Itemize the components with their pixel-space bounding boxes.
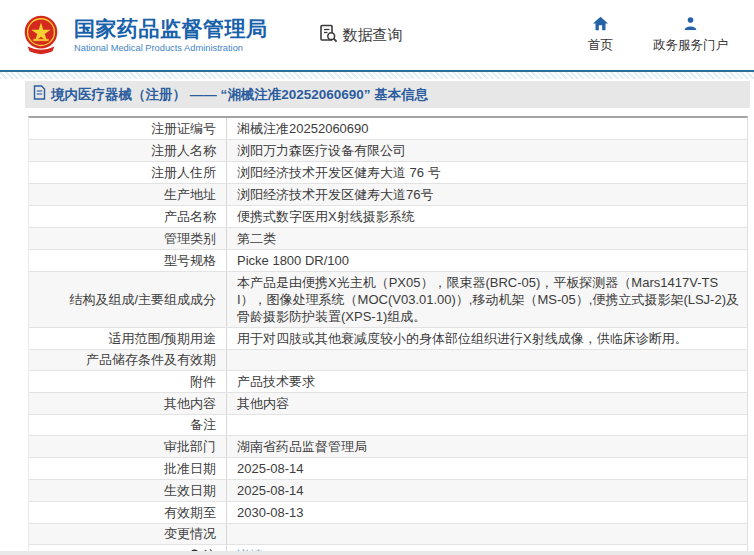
row-label-text: 产品储存条件及有效期: [86, 352, 216, 368]
row-value: 湘械注准20252060690: [227, 118, 747, 139]
document-search-icon: [318, 23, 339, 47]
nmpa-emblem-logo: [18, 12, 64, 58]
table-row: 生效日期2025-08-14: [29, 480, 747, 502]
table-row: 批准日期2025-08-14: [29, 458, 747, 480]
info-table: 注册证编号湘械注准20252060690注册人名称浏阳万力森医疗设备有限公司注册…: [28, 116, 748, 555]
row-value: 本产品是由便携X光主机（PX05），限束器(BRC-05)，平板探测器（Mars…: [227, 272, 747, 327]
row-label: 管理类别: [29, 228, 227, 249]
row-label-text: 有效期至: [164, 505, 216, 521]
row-label: 产品储存条件及有效期: [29, 350, 227, 370]
row-value: 浏阳经济技术开发区健寿大道76号: [227, 184, 747, 205]
header-nav: 首页 政务服务门户: [588, 16, 754, 54]
row-value: 其他内容: [227, 393, 747, 414]
row-value: [227, 350, 747, 370]
nav-portal-label: 政务服务门户: [653, 37, 728, 54]
nav-home-label: 首页: [588, 37, 613, 54]
agency-name-zh: 国家药品监督管理局: [74, 17, 268, 41]
header-hatch-strip: [0, 72, 754, 79]
row-label-text: 注册人名称: [151, 143, 216, 159]
row-label: 注册人名称: [29, 140, 227, 161]
table-row: 其他内容其他内容: [29, 393, 747, 415]
row-value: 浏阳万力森医疗设备有限公司: [227, 140, 747, 161]
breadcrumb: 境内医疗器械（注册） —— “湘械注准20252060690” 基本信息: [25, 81, 750, 108]
row-value: [227, 524, 747, 544]
row-label: 适用范围/预期用途: [29, 328, 227, 349]
row-label-text: 备注: [190, 417, 216, 433]
row-label-text: 管理类别: [164, 231, 216, 247]
row-value: 用于对四肢或其他衰减度较小的身体部位组织进行X射线成像，供临床诊断用。: [227, 328, 747, 349]
row-label: 型号规格: [29, 250, 227, 271]
row-label: 注册人住所: [29, 162, 227, 183]
table-row: 注册证编号湘械注准20252060690: [29, 118, 747, 140]
row-label-text: 生效日期: [164, 483, 216, 499]
table-row: 产品储存条件及有效期: [29, 350, 747, 371]
row-label: 备注: [29, 415, 227, 435]
agency-title-block: 国家药品监督管理局 National Medical Products Admi…: [74, 17, 268, 53]
table-row: 适用范围/预期用途用于对四肢或其他衰减度较小的身体部位组织进行X射线成像，供临床…: [29, 328, 747, 350]
row-label-text: 产品名称: [164, 209, 216, 225]
row-value: 产品技术要求: [227, 371, 747, 392]
row-value: 便携式数字医用X射线摄影系统: [227, 206, 747, 227]
bottom-strip: [0, 551, 754, 555]
row-label: 生效日期: [29, 480, 227, 501]
row-label-text: 注册人住所: [151, 165, 216, 181]
row-label: 产品名称: [29, 206, 227, 227]
row-label: 批准日期: [29, 458, 227, 479]
row-label-text: 批准日期: [164, 461, 216, 477]
row-label: 有效期至: [29, 502, 227, 523]
agency-name-en: National Medical Products Administration: [74, 43, 268, 53]
row-label: 审批部门: [29, 436, 227, 457]
row-value: 湖南省药品监督管理局: [227, 436, 747, 457]
row-label-text: 变更情况: [164, 526, 216, 542]
row-label: 注册证编号: [29, 118, 227, 139]
table-row: 结构及组成/主要组成成分本产品是由便携X光主机（PX05），限束器(BRC-05…: [29, 272, 747, 328]
table-row: 生产地址浏阳经济技术开发区健寿大道76号: [29, 184, 747, 206]
table-row: 附件产品技术要求: [29, 371, 747, 393]
data-query-button[interactable]: 数据查询: [318, 23, 403, 47]
page-doc-icon: [33, 85, 46, 104]
row-value: 2025-08-14: [227, 480, 747, 501]
row-label: 结构及组成/主要组成成分: [29, 272, 227, 327]
row-value: Picke 1800 DR/100: [227, 250, 747, 271]
table-row: 变更情况: [29, 524, 747, 545]
table-row: 注册人名称浏阳万力森医疗设备有限公司: [29, 140, 747, 162]
row-label-text: 生产地址: [164, 187, 216, 203]
row-label-text: 审批部门: [164, 439, 216, 455]
row-value: 2030-08-13: [227, 502, 747, 523]
site-header: 国家药品监督管理局 National Medical Products Admi…: [0, 0, 754, 70]
row-label-text: 型号规格: [164, 253, 216, 269]
nav-item-home[interactable]: 首页: [588, 16, 613, 54]
row-label: 其他内容: [29, 393, 227, 414]
row-value: [227, 415, 747, 435]
row-label-text: 其他内容: [164, 396, 216, 412]
table-row: 备注: [29, 415, 747, 436]
home-icon: [592, 16, 609, 34]
row-label: 附件: [29, 371, 227, 392]
row-label-text: 结构及组成/主要组成成分: [69, 292, 216, 308]
nav-item-portal[interactable]: 政务服务门户: [653, 16, 728, 54]
row-label: 生产地址: [29, 184, 227, 205]
table-row: 审批部门湖南省药品监督管理局: [29, 436, 747, 458]
table-row: 注册人住所浏阳经济技术开发区健寿大道 76 号: [29, 162, 747, 184]
table-row: 型号规格Picke 1800 DR/100: [29, 250, 747, 272]
breadcrumb-text: 境内医疗器械（注册） —— “湘械注准20252060690” 基本信息: [51, 86, 428, 104]
row-value: 浏阳经济技术开发区健寿大道 76 号: [227, 162, 747, 183]
data-query-label: 数据查询: [343, 26, 403, 45]
row-value: 第二类: [227, 228, 747, 249]
table-row: 有效期至2030-08-13: [29, 502, 747, 524]
user-icon: [683, 16, 698, 34]
row-label: 变更情况: [29, 524, 227, 544]
table-row: 管理类别第二类: [29, 228, 747, 250]
row-label-text: 注册证编号: [151, 121, 216, 137]
row-value: 2025-08-14: [227, 458, 747, 479]
row-label-text: 适用范围/预期用途: [108, 331, 216, 347]
row-label-text: 附件: [190, 374, 216, 390]
table-row: 产品名称便携式数字医用X射线摄影系统: [29, 206, 747, 228]
